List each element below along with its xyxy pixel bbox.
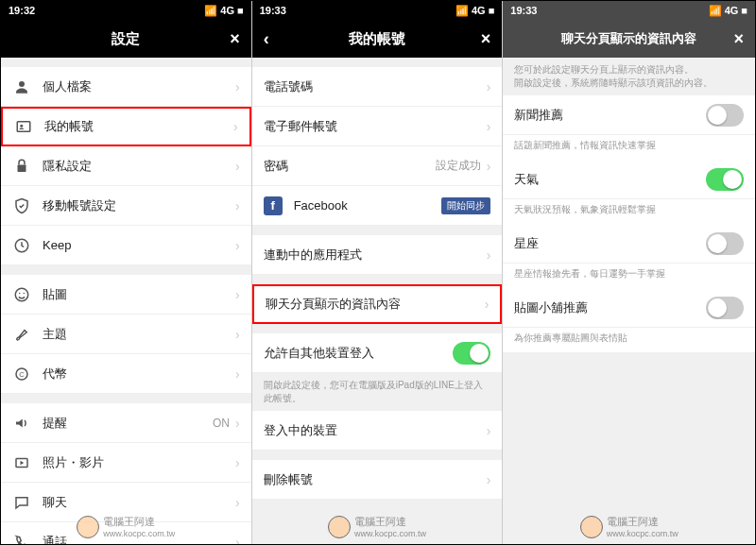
toggle-horoscope[interactable] xyxy=(706,232,744,255)
setting-news[interactable]: 新聞推薦 xyxy=(503,95,755,135)
facebook-sync-button[interactable]: 開始同步 xyxy=(441,197,490,214)
svg-point-6 xyxy=(19,292,21,294)
status-bar: 19:33 📶 4G ■ xyxy=(252,1,503,20)
header-title: 設定 xyxy=(112,30,140,48)
settings-notifications[interactable]: 提醒 ON › xyxy=(1,403,251,443)
account-password[interactable]: 密碼 設定成功› xyxy=(252,146,503,186)
svg-rect-3 xyxy=(18,164,26,172)
smile-icon xyxy=(12,285,31,304)
chevron-right-icon: › xyxy=(233,119,238,134)
chevron-right-icon: › xyxy=(235,79,240,94)
setting-stickershop[interactable]: 貼圖小舖推薦 xyxy=(503,288,755,328)
id-card-icon xyxy=(14,117,33,136)
account-facebook[interactable]: f Facebook 開始同步 xyxy=(252,186,503,226)
status-bar: 19:32 📶 4G ■ xyxy=(1,1,251,20)
help-text: 開啟此設定後，您可在電腦版及iPad版的LINE上登入此帳號。 xyxy=(252,373,503,411)
chat-icon xyxy=(12,493,31,512)
account-delete[interactable]: 刪除帳號› xyxy=(252,460,503,500)
svg-point-5 xyxy=(15,288,28,301)
close-icon[interactable]: × xyxy=(230,29,240,49)
screen-account: 19:33 📶 4G ■ ‹ 我的帳號 × 電話號碼› 電子郵件帳號› 密碼 設… xyxy=(252,1,504,544)
account-allow-other-devices[interactable]: 允許自其他裝置登入 xyxy=(252,333,503,373)
settings-keep[interactable]: Keep › xyxy=(1,226,251,265)
close-icon[interactable]: × xyxy=(734,29,745,49)
intro-text: 您可於此設定聊天分頁上顯示的資訊內容。 開啟設定後，系統將隨時顯示該項資訊的內容… xyxy=(503,58,755,95)
settings-transfer[interactable]: 移動帳號設定 › xyxy=(1,186,251,226)
account-email[interactable]: 電子郵件帳號› xyxy=(252,107,503,146)
screen-settings: 19:32 📶 4G ■ 設定 × 個人檔案 › 我的帳號 › 隱私設定 › 移… xyxy=(1,1,252,544)
account-logged-devices[interactable]: 登入中的裝置› xyxy=(252,411,503,451)
header: ‹ 我的帳號 × xyxy=(252,20,503,58)
speaker-icon xyxy=(12,414,31,433)
status-right: 📶 4G ■ xyxy=(204,5,243,17)
toggle-devices[interactable] xyxy=(453,342,490,365)
setting-horoscope[interactable]: 星座 xyxy=(503,224,755,264)
toggle-stickershop[interactable] xyxy=(706,297,744,319)
svg-point-0 xyxy=(19,81,25,87)
settings-coins[interactable]: C 代幣 › xyxy=(1,354,251,394)
watermark: 電腦王阿達www.kocpc.com.tw xyxy=(580,515,679,538)
settings-stickers[interactable]: 貼圖 › xyxy=(1,275,251,315)
lock-icon xyxy=(12,157,31,176)
settings-privacy[interactable]: 隱私設定 › xyxy=(1,146,251,186)
close-icon[interactable]: × xyxy=(481,29,491,49)
header-title: 聊天分頁顯示的資訊內容 xyxy=(561,30,696,47)
account-chat-info[interactable]: 聊天分頁顯示的資訊內容› xyxy=(252,284,503,324)
keep-icon xyxy=(12,236,31,255)
back-icon[interactable]: ‹ xyxy=(264,29,269,49)
header-title: 我的帳號 xyxy=(349,30,405,48)
settings-profile[interactable]: 個人檔案 › xyxy=(1,67,251,107)
setting-weather[interactable]: 天氣 xyxy=(503,160,755,199)
toggle-news[interactable] xyxy=(706,104,744,127)
person-icon xyxy=(12,77,31,96)
header: 聊天分頁顯示的資訊內容 × xyxy=(503,20,755,58)
watermark-avatar xyxy=(77,516,99,538)
settings-themes[interactable]: 主題 › xyxy=(1,315,251,354)
play-icon xyxy=(12,453,31,472)
watermark: 電腦王阿達www.kocpc.com.tw xyxy=(77,515,175,538)
brush-icon xyxy=(12,325,31,344)
settings-photos[interactable]: 照片・影片 › xyxy=(1,443,251,483)
screen-chat-info: 19:33 📶 4G ■ 聊天分頁顯示的資訊內容 × 您可於此設定聊天分頁上顯示… xyxy=(503,1,755,544)
svg-point-2 xyxy=(20,125,23,128)
account-linked-apps[interactable]: 連動中的應用程式› xyxy=(252,235,503,275)
header: 設定 × xyxy=(1,20,251,58)
toggle-weather[interactable] xyxy=(706,168,744,191)
status-time: 19:32 xyxy=(9,5,35,16)
phone-icon xyxy=(12,533,31,545)
facebook-icon: f xyxy=(264,196,283,215)
status-bar: 19:33 📶 4G ■ xyxy=(503,1,755,20)
coin-icon: C xyxy=(12,365,31,383)
svg-text:C: C xyxy=(19,370,25,379)
account-phone[interactable]: 電話號碼› xyxy=(252,67,503,107)
svg-rect-1 xyxy=(17,122,30,132)
settings-account[interactable]: 我的帳號 › xyxy=(1,107,251,146)
shield-icon xyxy=(12,196,31,215)
svg-point-7 xyxy=(24,292,26,294)
watermark: 電腦王阿達www.kocpc.com.tw xyxy=(328,515,426,538)
